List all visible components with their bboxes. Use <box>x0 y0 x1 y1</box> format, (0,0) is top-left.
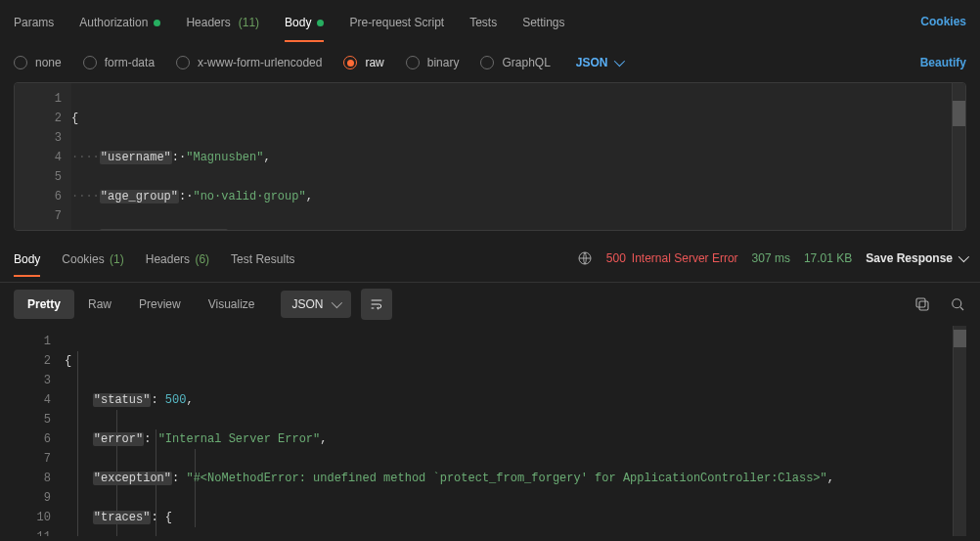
cookies-link[interactable]: Cookies <box>920 15 966 28</box>
line-gutter: 1 2 3 4 5 6 7 8 9 10 11 <box>14 326 61 536</box>
code: , <box>827 472 834 485</box>
response-body-viewer[interactable]: 1 2 3 4 5 6 7 8 9 10 11 { "status": 500,… <box>14 326 966 536</box>
scrollbar-thumb[interactable] <box>953 101 965 126</box>
scrollbar-thumb[interactable] <box>954 330 966 347</box>
chevron-down-icon <box>613 56 624 67</box>
line-number: 1 <box>20 332 51 351</box>
resp-tab-test-results[interactable]: Test Results <box>231 241 294 276</box>
code: , <box>271 229 278 231</box>
tab-label: Body <box>14 252 40 266</box>
search-icon[interactable] <box>949 295 966 313</box>
tab-label: Test Results <box>231 252 294 266</box>
wrap-lines-button[interactable] <box>361 289 392 320</box>
view-pretty[interactable]: Pretty <box>14 290 74 319</box>
code: { <box>65 354 71 368</box>
pill-label: Visualize <box>208 297 255 311</box>
tab-label: Body <box>285 16 311 29</box>
line-number: 10 <box>20 508 51 527</box>
code: { <box>165 511 172 524</box>
line-number: 1 <box>21 89 62 109</box>
code: , <box>186 393 193 407</box>
code: : <box>151 511 164 524</box>
body-content-type-select[interactable]: JSON <box>576 56 622 69</box>
line-number: 3 <box>20 371 51 390</box>
tab-settings[interactable]: Settings <box>522 2 564 41</box>
globe-icon <box>577 250 593 266</box>
svg-point-3 <box>953 299 961 308</box>
body-type-none[interactable]: none <box>14 56 62 69</box>
save-response-button[interactable]: Save Response <box>866 251 966 265</box>
request-tabs: Params Authorization Headers (11) Body P… <box>0 0 980 43</box>
code: "Magnusben" <box>186 151 263 164</box>
code: { <box>71 112 78 125</box>
radio-icon <box>480 56 494 69</box>
pill-label: Raw <box>88 297 111 311</box>
line-number: 6 <box>20 429 51 449</box>
response-tabs-row: Body Cookies (1) Headers (6) Test Result… <box>0 239 980 278</box>
tab-body[interactable]: Body <box>285 2 324 41</box>
line-number: 5 <box>21 167 62 187</box>
code: "Internal Server Error" <box>158 432 321 446</box>
resp-tab-headers[interactable]: Headers (6) <box>146 241 209 276</box>
minimap-scrollbar[interactable] <box>952 83 965 230</box>
radio-icon <box>406 56 420 69</box>
tab-count: (1) <box>110 252 124 266</box>
radio-label: x-www-form-urlencoded <box>198 56 322 69</box>
body-type-binary[interactable]: binary <box>406 56 460 69</box>
response-content-type-select[interactable]: JSON <box>281 291 351 318</box>
radio-label: GraphQL <box>502 56 550 69</box>
code: , <box>263 151 270 164</box>
body-content-type-label: JSON <box>576 56 608 69</box>
svg-rect-2 <box>916 298 925 307</box>
code: ···· <box>71 190 100 203</box>
tab-label: Headers <box>186 16 230 29</box>
body-type-form-data[interactable]: form-data <box>83 56 155 69</box>
response-subtabs-right <box>913 295 966 313</box>
tab-headers[interactable]: Headers (11) <box>186 2 259 41</box>
body-type-xform[interactable]: x-www-form-urlencoded <box>176 56 322 69</box>
tab-params[interactable]: Params <box>14 2 54 41</box>
tab-label: Authorization <box>79 16 148 29</box>
code: "error" <box>93 432 144 446</box>
view-preview[interactable]: Preview <box>125 290 195 319</box>
view-raw[interactable]: Raw <box>74 290 125 319</box>
body-type-graphql[interactable]: GraphQL <box>480 56 550 69</box>
radio-label: none <box>35 56 62 69</box>
body-type-raw[interactable]: raw <box>343 56 383 69</box>
code: "age_group" <box>100 190 179 203</box>
save-response-label: Save Response <box>866 251 953 265</box>
body-type-row-right: Beautify <box>920 56 966 69</box>
view-visualize[interactable]: Visualize <box>195 290 269 319</box>
chevron-down-icon <box>331 297 341 308</box>
beautify-link[interactable]: Beautify <box>920 56 966 69</box>
pill-label: Preview <box>139 297 181 311</box>
tab-tests[interactable]: Tests <box>469 2 497 41</box>
body-type-row: none form-data x-www-form-urlencoded raw… <box>0 43 980 82</box>
response-time: 307 ms <box>752 251 790 265</box>
line-number: 2 <box>21 109 62 128</box>
request-body-editor[interactable]: 1 2 3 4 5 6 7 { ····"username":·"Magnusb… <box>14 82 966 231</box>
tab-label: Pre-request Script <box>349 16 444 29</box>
minimap-scrollbar[interactable] <box>953 326 966 536</box>
tab-authorization[interactable]: Authorization <box>79 2 160 41</box>
code: :· <box>172 151 186 164</box>
line-number: 4 <box>20 390 51 410</box>
tab-label: Headers <box>146 252 190 266</box>
tab-prerequest[interactable]: Pre-request Script <box>349 2 444 41</box>
resp-tab-body[interactable]: Body <box>14 241 40 276</box>
code: 500 <box>165 393 187 407</box>
tab-count: (11) <box>239 16 259 29</box>
resp-tab-cookies[interactable]: Cookies (1) <box>62 241 123 276</box>
response-meta: 500 Internal Server Error 307 ms 17.01 K… <box>577 250 966 266</box>
code-area[interactable]: { ····"username":·"Magnusben", ····"age_… <box>71 83 952 230</box>
code: true <box>243 229 271 231</box>
code: , <box>320 432 327 446</box>
line-number: 6 <box>21 187 62 206</box>
tab-count: (6) <box>195 252 209 266</box>
copy-icon[interactable] <box>913 295 931 313</box>
tab-label: Tests <box>469 16 497 29</box>
request-tabs-left: Params Authorization Headers (11) Body P… <box>14 2 565 41</box>
response-size: 17.01 KB <box>804 251 852 265</box>
code: "status" <box>93 393 152 407</box>
status-dot-icon <box>317 20 324 26</box>
